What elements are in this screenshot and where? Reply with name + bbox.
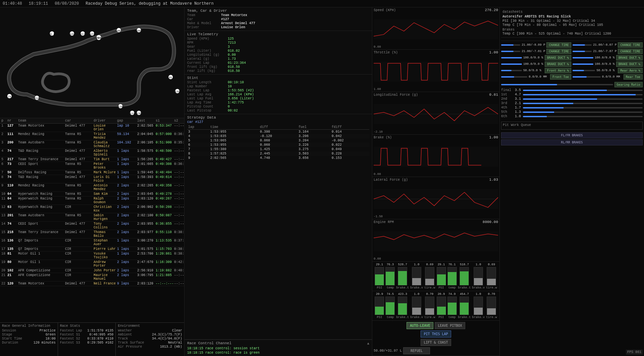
list-item: 51:53:0650.0603.204-0.002 — [187, 138, 369, 143]
track-map: 201 55 H 141 217 127 80 200 81 135 74 — [0, 7, 184, 118]
speed-chart-svg — [374, 12, 498, 47]
strategy-section: Strategy Data car #127 laptimedifffuelfd… — [184, 114, 372, 340]
tire-bar-group: 454.7 brake.t — [458, 293, 471, 319]
svg-text:128: 128 — [118, 105, 123, 108]
track-surface: Neutral — [168, 341, 182, 345]
speed-chart-title: Speed (KPH) — [374, 8, 396, 12]
brake-buttons: FL/FR BRAKES RL/RR BRAKES — [501, 132, 643, 146]
tele-section-title: Live Telemetry — [187, 32, 369, 36]
speed-chart: Speed (KPH) 276.20 0.00 — [372, 7, 499, 50]
change-tire-1-row-r: 21.00/-8.07 P CHANGE TIRE — [573, 42, 643, 48]
gear-row-2nd: 2nd 3.1 — [501, 97, 643, 101]
throttle-chart-svg — [374, 54, 498, 89]
engine-rpm-chart-min: 0.00 — [374, 257, 381, 261]
gearing-section: Gearing Ratio final 3.5 1st 4.7 2nd 3.1 … — [501, 82, 643, 119]
table-row: 12 63 Hyperwatch Racing CIR Christian Ko… — [0, 205, 184, 213]
table-row: 20 102 AFR Competizione CIR John Porter … — [0, 268, 184, 273]
brake-duct-2-btn-r[interactable]: BRAKE DUCT % — [616, 61, 643, 67]
auto-leave-btn[interactable]: AUTO-LEAVE — [407, 322, 433, 329]
environment: Environment WeatherClear Ambient24.3(C)/… — [116, 323, 184, 356]
front-lift-value: 018.50 — [228, 65, 369, 69]
speed-chart-value: 276.20 — [485, 8, 498, 12]
time2: 18:19:11 — [29, 1, 48, 6]
table-row: 7 50 Delfoss Racing Tanna RS Mark Mclure… — [0, 170, 184, 175]
lap-number: 10 — [228, 85, 369, 88]
svg-text:127: 127 — [90, 33, 95, 36]
pit-this-lap-btn[interactable]: PIT THIS LAP — [421, 330, 451, 338]
table-row: 16 136 Q7 Imports CIR Stephan Auer 1 lap… — [0, 238, 184, 247]
change-tire-1-btn[interactable]: CHANGE TIRE — [546, 42, 571, 48]
list-item: 81:57:8252.4453.5030.228 — [187, 151, 369, 156]
race-general: Race General Information SessionPractice… — [0, 323, 58, 356]
tire-data-psi: PSI [30 Min - 31 Optimal - 32 Max] Criti… — [502, 19, 641, 23]
tire-bars-bottom: 20.9 PSI 74.5 temp 423.3 brake.t 1.0 bra… — [372, 291, 499, 321]
change-tire-1-label-r: 21.00/-8.07 P — [593, 43, 616, 47]
race-stats: Race Stats Fastest Lap1:51:570 #135 Fast… — [58, 323, 116, 356]
throttle-chart-value: 1.00 — [489, 50, 498, 54]
change-tire-1-row: 21.00/-8.09 P CHANGE TIRE — [501, 42, 571, 48]
front-toe-btn[interactable]: Front Toe — [550, 74, 571, 80]
tire-bar-group: 1.0 brake.v — [472, 293, 485, 319]
table-row: 2 111 Mendez Racing Tanna RS Tricia Mend… — [0, 132, 184, 140]
tire-bar-group: 1.0 brake.v — [410, 263, 423, 290]
longitudinal-chart: Longitudinal Force (g) 0.81 -2.10 — [372, 92, 499, 134]
tire-bar-group: 528.7 brake.t — [396, 263, 409, 290]
lift-coast-btn[interactable]: LIFT & COAST — [421, 339, 451, 346]
throttle-chart-title: Throttle (%) — [374, 51, 398, 54]
race-control-toggle[interactable]: ▲ — [367, 342, 369, 346]
gear-row-6th: 6th 1.0 — [501, 115, 643, 118]
fastest-s1: 0:46:995 #50 — [89, 333, 113, 337]
strategy-title: Strategy Data — [187, 116, 369, 120]
svg-rect-28 — [374, 19, 498, 40]
change-tire-1-label: 21.00/-8.09 P — [522, 43, 545, 47]
pit-work-queue: Pit Work Queue — [501, 122, 643, 130]
change-tire-1-btn-r[interactable]: CHANGE TIRE — [618, 42, 643, 48]
refuel-btn[interactable]: REFUEL — [403, 347, 430, 354]
svg-text:81: 81 — [169, 76, 172, 79]
table-row: 5 217 Team Terry Insurance Deimel 477 Ti… — [0, 157, 184, 162]
longitudinal-chart-title: Longitudinal Force (g) — [374, 93, 418, 97]
left-panel: 201 55 H 141 217 127 80 200 81 135 74 — [0, 7, 184, 356]
longitudinal-value: 0.00 — [228, 53, 369, 57]
front-aero-btn[interactable]: Front Aero % — [545, 68, 571, 73]
session-value: Practice — [40, 329, 56, 332]
brake-duct-1-row-l: 100.0/0.0 % BRAKE DUCT % — [501, 55, 571, 60]
tire-bar-group: 1.0 brake.v — [472, 263, 485, 290]
brake-duct-1-btn-r[interactable]: BRAKE DUCT % — [616, 55, 643, 60]
list-item: 41:53:835-0.1203.2060.042 — [187, 134, 369, 138]
driver-value: Louise Orlen — [221, 26, 369, 29]
brake-duct-1-btn-l[interactable]: BRAKE DUCT % — [545, 55, 571, 60]
charts-panel: Speed (KPH) 276.20 0.00 Throttle (%) 1.0… — [372, 7, 500, 356]
engine-rpm-chart-svg — [374, 224, 498, 259]
environment-title: Environment — [118, 324, 182, 328]
change-tire-2-btn-r[interactable]: CHANGE TIRE — [618, 49, 643, 54]
front-aero-label: 50.0/0.0 % — [523, 69, 543, 72]
gearing-ratio-btn[interactable]: Gearing Ratio — [614, 82, 643, 87]
tire-bar-group: 0.69 tire.w — [424, 263, 435, 290]
table-row: 14 74 CEDI Sport Deimel 477 Tony Collins… — [0, 222, 184, 230]
right-panel: datasheets Autoreifer ARDTIS DT1 Racing … — [500, 7, 644, 356]
rear-aero-btn[interactable]: Rear Aero % — [618, 68, 643, 73]
lateral-chart-svg — [374, 182, 498, 216]
rear-aero-row: 50.0/0.0 % Rear Aero % — [573, 68, 643, 73]
engine-rpm-chart-title: Engine RPM — [374, 220, 394, 224]
tire-bar-group: 20.9 PSI — [437, 293, 446, 319]
race-general-title: Race General Information — [2, 324, 56, 328]
race-stats-title: Race Stats — [60, 324, 114, 328]
gear-value: 3 — [228, 45, 369, 49]
brake-duct-2-btn-l[interactable]: BRAKE DUCT % — [545, 61, 571, 67]
brakes-data: Temp C [300 Min - 525 Optimal - 740 Max]… — [502, 32, 641, 36]
leave-pitbox-btn[interactable]: LEAVE PITBOX — [435, 322, 465, 329]
rear-toe-row: 0.0/0.0 MM Rear Toe — [573, 74, 643, 80]
rl-rr-brakes-btn[interactable]: RL/RR BRAKES — [501, 139, 643, 145]
live-telemetry-section: Live Telemetry Speed (KPH)125 RPM7213 Ge… — [184, 31, 372, 75]
fl-fr-brakes-btn[interactable]: FL/FR BRAKES — [501, 132, 643, 138]
rear-toe-btn[interactable]: Rear Toe — [624, 74, 643, 80]
svg-text:217: 217 — [80, 33, 85, 36]
bottom-info: Race General Information SessionPractice… — [0, 322, 184, 356]
gear-row-final: final 3.5 — [501, 88, 643, 92]
svg-text:111: 111 — [130, 112, 135, 115]
last-pitstop: 00:02 — [228, 109, 369, 113]
change-tire-2-btn[interactable]: CHANGE TIRE — [546, 49, 571, 54]
table-row: 13 201 Team Autobarn Tanna RS Sabin Hurt… — [0, 213, 184, 222]
